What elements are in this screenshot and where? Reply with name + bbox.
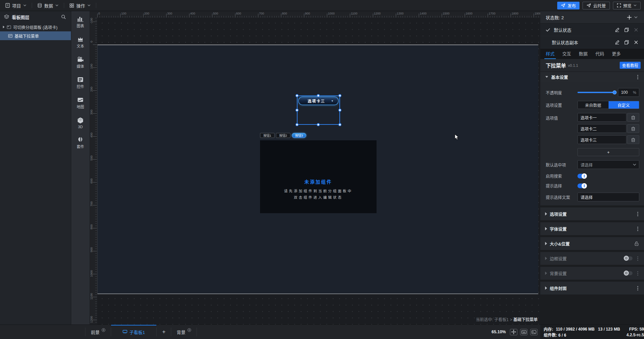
v-ruler-label: 500 [90,156,93,161]
h-ruler-label: 500 [213,12,218,15]
menu-data-label: 数据 [44,2,53,9]
tab-code[interactable]: 代码 [595,50,604,59]
dropdown-component[interactable]: 选项卡三 ▼ [298,96,339,105]
resize-handle-n[interactable] [317,94,320,97]
option-values-row: 选项值 选项卡一 选项卡二 选项卡三 [546,113,639,144]
circle-plus-icon[interactable] [187,328,191,332]
tab-button-2[interactable]: 按钮2 [276,133,290,138]
tip-text-row: 提示选择文案 请选择 [546,193,639,201]
group-panel-component[interactable]: 未添加组件 请先添加组件到当前分组面板中 双击组件进入编辑状态 [260,140,377,213]
section-background-settings[interactable]: 背景设置 [540,267,644,280]
close-icon[interactable] [633,26,639,33]
publish-button[interactable]: 发布 [557,2,579,9]
resize-handle-sw[interactable] [295,123,299,126]
editor-canvas[interactable]: 按钮1 按钮2 按钮3 未添加组件 请先添加组件到当前分组面板中 双击组件进入编… [89,11,540,324]
option-from-data[interactable]: 来自数据 [578,101,609,109]
kebab-menu-icon[interactable] [635,75,640,79]
resize-handle-se[interactable] [338,123,341,126]
kebab-menu-icon[interactable] [635,256,640,261]
default-selected-select[interactable]: 请选择 [577,160,639,169]
fullscreen-icon [617,3,621,7]
menu-actions[interactable]: 操作 [64,0,96,11]
kebab-menu-icon[interactable] [635,227,640,231]
resize-handle-e[interactable] [338,109,341,112]
trash-icon[interactable] [627,124,639,133]
section-basic-settings[interactable]: 基本设置 [540,72,644,82]
resize-handle-s[interactable] [317,123,320,126]
tree-item-tab-panel[interactable]: 可切换分组面板 (选项卡) [0,23,71,31]
tab-button-1[interactable]: 按钮1 [260,133,275,138]
section-option-settings[interactable]: 选项设置 [540,207,644,220]
option-custom[interactable]: 自定义 [609,101,639,109]
tab-more[interactable]: 更多 [612,50,621,59]
kebab-menu-icon[interactable] [635,286,640,290]
opacity-value-field[interactable]: 100 % [618,88,639,97]
layer-panel-header: 看板图层 [0,11,71,23]
add-board-button[interactable]: + [157,325,171,339]
resize-handle-w[interactable] [295,109,299,112]
toolbox-item-charts[interactable]: 图表 [77,16,84,28]
tree-item-dropdown-menu[interactable]: 基础下拉菜单 [0,31,71,40]
subboard-tab[interactable]: 子看板1 [111,325,156,339]
caret-right-icon[interactable] [3,26,5,28]
collapse-states-icon[interactable] [633,14,639,21]
copy-icon[interactable] [623,26,630,33]
selection-box[interactable]: 选项卡三 ▼ [297,95,340,125]
preview-button[interactable]: 预览 [613,2,641,9]
toolbox-item-text[interactable]: 文本 [77,36,84,49]
toolbox-item-map[interactable]: 地图 [77,97,84,109]
tip-select-toggle[interactable] [577,183,587,188]
lock-icon[interactable] [633,240,640,247]
toolbox-item-media[interactable]: 媒体 [77,56,84,69]
menu-data[interactable]: 数据 [32,0,64,11]
trash-icon[interactable] [627,135,639,144]
check-icon [544,26,551,33]
state-row-copy[interactable]: 默认状态副本 [540,36,644,49]
tutorial-button[interactable]: 查看教程 [620,62,641,69]
tip-text-input[interactable]: 请选择 [577,193,639,201]
h-ruler-label: 1100 [351,12,357,15]
resize-handle-ne[interactable] [338,94,341,97]
terminal-icon[interactable] [530,329,538,335]
opacity-slider[interactable] [577,92,615,93]
menu-project[interactable]: 项目 [0,0,32,11]
tab-button-3[interactable]: 按钮3 [292,133,306,138]
section-component-cover[interactable]: 组件封面 [540,282,644,294]
close-icon[interactable] [633,39,639,46]
copy-icon[interactable] [623,39,630,46]
foreground-tab[interactable]: 前景 [85,325,111,339]
dropdown-icon [8,34,12,38]
toolbox-item-widgets[interactable]: 控件 [77,77,84,89]
section-border-settings[interactable]: 边框设置 [540,252,644,265]
pan-tool-icon[interactable] [510,329,517,335]
tab-data[interactable]: 数据 [579,50,588,59]
zoom-level[interactable]: 65.10% [492,330,506,334]
option-value-input[interactable]: 选项卡三 [577,135,626,144]
keyboard-icon[interactable] [520,329,527,335]
border-settings-toggle[interactable] [624,256,633,260]
search-icon[interactable] [60,13,67,20]
enable-search-toggle[interactable] [577,174,587,178]
kebab-menu-icon[interactable] [635,212,640,216]
background-tab[interactable]: 背景 [171,325,197,339]
state-row-default[interactable]: 默认状态 [540,24,644,36]
kebab-menu-icon[interactable] [635,271,640,276]
toolbox-item-3d[interactable]: 3D [77,117,84,129]
fps: FPS: 59 [629,327,644,332]
tab-interaction[interactable]: 交互 [562,50,571,59]
background-settings-toggle[interactable] [624,271,633,275]
edit-icon[interactable] [614,26,620,33]
tab-style[interactable]: 样式 [546,50,555,59]
cloud-hosting-button[interactable]: 云托管 [583,2,610,9]
option-value-input[interactable]: 选项卡一 [577,113,626,122]
circle-plus-icon[interactable] [102,328,105,332]
trash-icon[interactable] [627,113,639,122]
add-state-icon[interactable] [626,14,633,21]
section-size-position[interactable]: 大小&位置 [540,237,644,250]
resize-handle-nw[interactable] [295,94,299,97]
add-option-button[interactable]: + [577,148,639,156]
section-font-settings[interactable]: 字体设置 [540,222,644,235]
edit-icon[interactable] [614,39,620,46]
toolbox-item-kits[interactable]: 套件 [77,137,84,149]
option-value-input[interactable]: 选项卡二 [577,124,626,133]
